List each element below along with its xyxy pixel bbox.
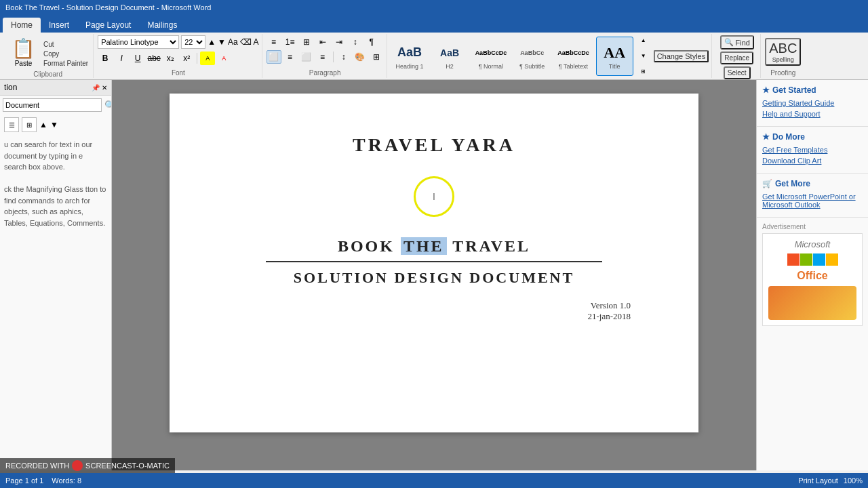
tab-mailings[interactable]: Mailings bbox=[139, 18, 185, 33]
style-h2[interactable]: AaB H2 bbox=[431, 37, 469, 76]
find-button[interactable]: 🔍 Find bbox=[720, 35, 754, 49]
style-title[interactable]: AA Title bbox=[596, 37, 633, 76]
style-subtitle[interactable]: AaBbCc ¶ Subtitle bbox=[513, 37, 551, 76]
copy-button[interactable]: Copy bbox=[41, 49, 90, 58]
sort-desc-button[interactable]: ▼ bbox=[50, 117, 58, 132]
format-painter-button[interactable]: Format Painter bbox=[41, 59, 90, 68]
spelling-button[interactable]: ABC Spelling bbox=[765, 38, 801, 66]
italic-button[interactable]: I bbox=[114, 52, 129, 65]
shading-button[interactable]: 🎨 bbox=[353, 50, 368, 64]
align-center-button[interactable]: ≡ bbox=[283, 50, 298, 64]
justify-button[interactable]: ≡ bbox=[315, 50, 330, 64]
styles-expand[interactable]: ⊞ bbox=[636, 65, 651, 79]
text-effects-button[interactable]: A bbox=[254, 37, 259, 47]
getting-started-link[interactable]: Getting Started Guide bbox=[762, 99, 863, 107]
paste-button[interactable]: 📋 Paste bbox=[5, 35, 41, 69]
doc-title: TRAVEL YARA bbox=[224, 134, 644, 156]
text-color-button[interactable]: A bbox=[216, 52, 231, 65]
styles-group: AaB Heading 1 AaB H2 AaBbCcDc ¶ Normal A… bbox=[389, 34, 713, 78]
style-tabletext-label: ¶ Tabletext bbox=[559, 63, 588, 70]
highlight-color-button[interactable]: A bbox=[200, 52, 215, 65]
panel-close-button[interactable]: ✕ bbox=[102, 84, 107, 92]
ms-square-red bbox=[787, 253, 800, 266]
subtitle-book: BOOK bbox=[338, 237, 395, 255]
clipboard-rest: Cut Copy Format Painter bbox=[41, 35, 90, 69]
find-icon: 🔍 bbox=[724, 38, 734, 47]
replace-button[interactable]: Replace bbox=[720, 52, 753, 64]
style-normal[interactable]: AaBbCcDc ¶ Normal bbox=[471, 37, 511, 76]
doc-subtitle-line: BOOK THE TRAVEL bbox=[224, 237, 644, 256]
grow-font-button[interactable]: ▲ bbox=[208, 37, 216, 47]
download-clipart-link[interactable]: Download Clip Art bbox=[762, 157, 863, 165]
align-right-button[interactable]: ⬜ bbox=[299, 50, 314, 64]
style-subtitle-preview: AaBbCc bbox=[520, 43, 544, 63]
view-icon-grid[interactable]: ⊞ bbox=[22, 117, 37, 132]
panel-instructions: u can search for text in our document by… bbox=[0, 135, 111, 232]
tab-home[interactable]: Home bbox=[3, 18, 41, 33]
font-size-select[interactable]: 22 bbox=[181, 35, 205, 49]
cut-button[interactable]: Cut bbox=[41, 40, 90, 49]
border-button[interactable]: ⊞ bbox=[369, 50, 384, 64]
doc-page[interactable]: TRAVEL YARA I BOOK THE TRAVEL SOLUTION D… bbox=[170, 94, 698, 432]
view-icon-list[interactable]: ☰ bbox=[4, 117, 19, 132]
styles-scroll-up[interactable]: ▲ bbox=[636, 34, 651, 47]
numbering-button[interactable]: 1≡ bbox=[283, 35, 298, 49]
get-more-title: Get More bbox=[775, 179, 810, 188]
styles-scroll-down[interactable]: ▼ bbox=[636, 49, 651, 63]
style-h1[interactable]: AaB Heading 1 bbox=[391, 37, 429, 76]
font-name-select[interactable]: Palatino Linotype bbox=[98, 35, 179, 49]
change-styles-button[interactable]: Change Styles bbox=[654, 50, 709, 62]
subtitle-the: THE bbox=[401, 237, 447, 255]
underline-button[interactable]: U bbox=[130, 52, 145, 65]
sort-asc-button[interactable]: ▲ bbox=[39, 117, 47, 132]
ms-square-blue bbox=[813, 253, 825, 266]
para-row1: ≡ 1≡ ⊞ ⇤ ⇥ ↕ ¶ bbox=[267, 35, 379, 49]
line-spacing-button[interactable]: ↕ bbox=[336, 50, 351, 64]
superscript-button[interactable]: x² bbox=[179, 52, 194, 65]
get-more-section: 🛒 Get More Get Microsoft PowerPoint or M… bbox=[757, 174, 868, 218]
panel-text-2: ck the Magnifying Glass tton to find com… bbox=[4, 184, 107, 228]
format-row: B I U abc x₂ x² A A bbox=[98, 52, 231, 65]
get-templates-link[interactable]: Get Free Templates bbox=[762, 146, 863, 154]
font-label: Font bbox=[172, 68, 185, 77]
subscript-button[interactable]: x₂ bbox=[163, 52, 178, 65]
select-button[interactable]: Select bbox=[724, 66, 751, 79]
style-title-preview: AA bbox=[604, 43, 625, 63]
search-input[interactable] bbox=[3, 98, 102, 112]
multilevel-list-button[interactable]: ⊞ bbox=[299, 35, 314, 49]
increase-indent-button[interactable]: ⇥ bbox=[332, 35, 347, 49]
style-h2-label: H2 bbox=[446, 63, 454, 70]
doc-divider-line bbox=[266, 261, 602, 262]
proofing-group: ABC Spelling Proofing bbox=[762, 34, 804, 78]
show-marks-button[interactable]: ¶ bbox=[364, 35, 379, 49]
ms-square-green bbox=[800, 253, 812, 266]
style-tabletext[interactable]: AaBbCcDc ¶ Tabletext bbox=[553, 37, 593, 76]
bullets-button[interactable]: ≡ bbox=[267, 35, 281, 49]
ms-square-yellow bbox=[826, 253, 838, 266]
search-button[interactable]: 🔍 bbox=[104, 100, 112, 110]
style-subtitle-label: ¶ Subtitle bbox=[519, 63, 545, 70]
clear-format-button[interactable]: ⌫ bbox=[240, 37, 252, 47]
panel-pin-button[interactable]: 📌 bbox=[92, 84, 100, 92]
left-panel: tion 📌 ✕ 🔍 ▼ ☰ ⊞ ▲ ▼ u can search for te… bbox=[0, 80, 112, 470]
para-row2: ⬜ ≡ ⬜ ≡ ↕ 🎨 ⊞ bbox=[267, 50, 384, 64]
left-panel-header: tion 📌 ✕ bbox=[0, 80, 111, 96]
shrink-font-button[interactable]: ▼ bbox=[218, 37, 226, 47]
help-support-link[interactable]: Help and Support bbox=[762, 110, 863, 118]
paragraph-group: ≡ 1≡ ⊞ ⇤ ⇥ ↕ ¶ ⬜ ≡ ⬜ ≡ ↕ 🎨 ⊞ Paragraph bbox=[264, 34, 387, 78]
bold-button[interactable]: B bbox=[98, 52, 113, 65]
change-case-button[interactable]: Aa bbox=[228, 37, 238, 47]
style-normal-preview: AaBbCcDc bbox=[475, 43, 507, 63]
strikethrough-button[interactable]: abc bbox=[146, 52, 161, 65]
tab-insert[interactable]: Insert bbox=[41, 18, 77, 33]
tab-page-layout[interactable]: Page Layout bbox=[77, 18, 139, 33]
doc-area[interactable]: TRAVEL YARA I BOOK THE TRAVEL SOLUTION D… bbox=[112, 80, 756, 470]
sort-button[interactable]: ↕ bbox=[348, 35, 363, 49]
ad-section: Advertisement Microsoft Office bbox=[757, 218, 868, 331]
divider bbox=[197, 53, 197, 64]
align-left-button[interactable]: ⬜ bbox=[267, 50, 281, 64]
get-powerpoint-link[interactable]: Get Microsoft PowerPoint or Microsoft Ou… bbox=[762, 192, 863, 209]
microsoft-logo: Microsoft bbox=[795, 239, 831, 249]
decrease-indent-button[interactable]: ⇤ bbox=[315, 35, 330, 49]
divider2 bbox=[333, 52, 334, 62]
